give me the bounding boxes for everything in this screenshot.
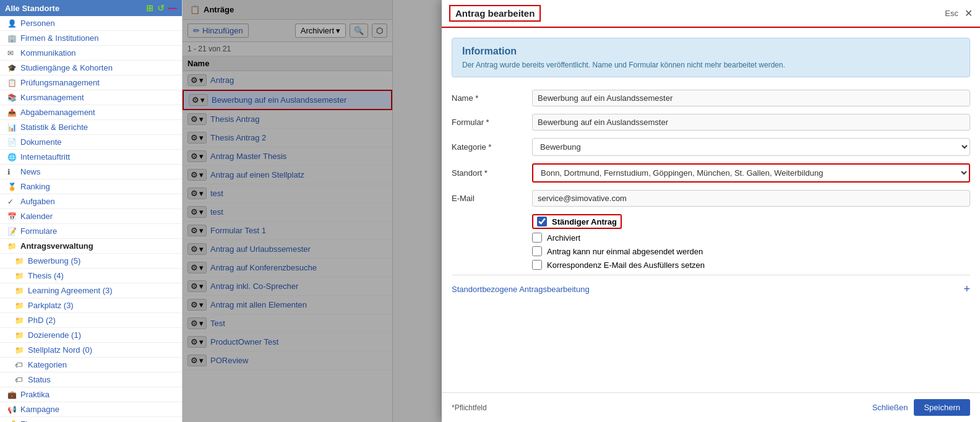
sidebar-label-21: Dozierende (1) (28, 330, 81, 340)
sidebar-item-24[interactable]: 🏷 Status (0, 372, 182, 387)
sidebar-item-9[interactable]: 🌐 Internetauftritt (0, 150, 182, 165)
sidebar-icon-6: 📤 (7, 108, 17, 117)
dialog-titlebar: Antrag bearbeiten Esc ✕ (442, 0, 980, 28)
sidebar-item-14[interactable]: 📝 Formulare (0, 224, 182, 239)
sidebar-label-11: Ranking (20, 182, 50, 191)
sidebar-label-9: Internetauftritt (20, 152, 70, 161)
schliessen-button[interactable]: Schließen (872, 399, 908, 416)
standort-select[interactable]: Bonn, Dortmund, Fernstudium, Göppingen, … (533, 165, 969, 181)
sidebar-item-4[interactable]: 📋 Prüfungsmanagement (0, 75, 182, 90)
sidebar-item-2[interactable]: ✉ Kommunikation (0, 46, 182, 61)
email-input[interactable] (532, 190, 970, 207)
email-field (532, 190, 970, 207)
sidebar-icon-3: 🎓 (7, 64, 17, 72)
sidebar-label-7: Statistik & Berichte (20, 123, 88, 132)
formular-label: Formular * (452, 118, 532, 127)
refresh-icon[interactable]: ↺ (157, 3, 165, 13)
sidebar-item-5[interactable]: 📚 Kursmanagement (0, 90, 182, 105)
form-row-name: Name * (452, 90, 970, 106)
sidebar-item-12[interactable]: ✓ Aufgaben (0, 194, 182, 209)
checkbox-2[interactable] (532, 246, 542, 256)
sidebar-label-5: Kursmanagement (20, 93, 84, 102)
sidebar-icon-1: 🏢 (7, 34, 17, 43)
sidebar-header: Alle Standorte ⊞ ↺ — (0, 0, 182, 16)
sidebar-item-11[interactable]: 🏅 Ranking (0, 179, 182, 194)
sidebar-icon-5: 📚 (7, 93, 17, 102)
checkbox-3[interactable] (532, 260, 542, 270)
name-input[interactable] (532, 90, 970, 106)
checkbox-label-2: Antrag kann nur einmal abgesendet werden (547, 247, 703, 256)
sidebar-item-6[interactable]: 📤 Abgabemanagement (0, 105, 182, 120)
sidebar-item-22[interactable]: 📁 Stellplatz Nord (0) (0, 343, 182, 358)
sidebar-item-10[interactable]: ℹ News (0, 165, 182, 179)
standortbezogene-title[interactable]: Standortbezogene Antragsbearbeitung (452, 285, 590, 294)
checkbox-section: Ständiger AntragArchiviertAntrag kann nu… (532, 214, 970, 270)
sidebar-item-8[interactable]: 📄 Dokumente (0, 135, 182, 150)
sidebar-item-18[interactable]: 📁 Learning Agreement (3) (0, 283, 182, 298)
checkbox-1[interactable] (532, 233, 542, 243)
checkbox-row-0: Ständiger Antrag (532, 214, 970, 229)
sidebar-item-23[interactable]: 🏷 Kategorien (0, 358, 182, 372)
sidebar-icon-18: 📁 (15, 286, 25, 295)
sidebar-icon-9: 🌐 (7, 153, 17, 161)
sidebar-icon-7: 📊 (7, 123, 17, 132)
name-field (532, 90, 970, 106)
sidebar-label-17: Thesis (4) (28, 271, 64, 280)
dialog-body: Information Der Antrag wurde bereits ver… (442, 28, 980, 392)
sidebar-item-26[interactable]: 📢 Kampagne (0, 402, 182, 417)
minus-icon[interactable]: — (168, 3, 177, 13)
standortbezogene-section: Standortbezogene Antragsbearbeitung + (452, 275, 970, 296)
checkbox-label-0: Ständiger Antrag (552, 217, 617, 226)
grid-icon[interactable]: ⊞ (146, 3, 153, 13)
sidebar-label-6: Abgabemanagement (20, 108, 95, 117)
dialog-overlay: Antrag bearbeiten Esc ✕ Information Der … (183, 0, 980, 422)
sidebar-item-27[interactable]: 💰 Finanzen (0, 417, 182, 422)
info-text: Der Antrag wurde bereits veröffentlicht.… (462, 61, 960, 69)
sidebar-item-13[interactable]: 📅 Kalender (0, 209, 182, 224)
sidebar-icon-4: 📋 (7, 79, 17, 87)
sidebar-icon-15: 📁 (7, 242, 17, 251)
main-area: 📋 Anträge ✏ Hinzufügen Archiviert ▾ 🔍 ⬡ … (183, 0, 980, 422)
form-row-formular: Formular * (452, 114, 970, 131)
sidebar-label-13: Kalender (20, 212, 53, 221)
standort-field: Bonn, Dortmund, Fernstudium, Göppingen, … (532, 163, 970, 183)
sidebar-item-7[interactable]: 📊 Statistik & Berichte (0, 120, 182, 135)
sidebar-label-27: Finanzen (20, 420, 53, 422)
formular-input[interactable] (532, 114, 970, 131)
sidebar-item-21[interactable]: 📁 Dozierende (1) (0, 328, 182, 343)
kategorie-field: Bewerbung (532, 138, 970, 156)
sidebar-item-25[interactable]: 💼 Praktika (0, 387, 182, 402)
close-button[interactable]: ✕ (965, 7, 973, 19)
sidebar-icon-11: 🏅 (7, 183, 17, 191)
sidebar-icon-27: 💰 (7, 420, 17, 423)
dialog-title: Antrag bearbeiten (449, 5, 541, 22)
sidebar-item-16[interactable]: 📁 Bewerbung (5) (0, 254, 182, 269)
sidebar-label-14: Formulare (20, 226, 57, 236)
sidebar-title: Alle Standorte (5, 4, 59, 13)
sidebar-item-0[interactable]: 👤 Personen (0, 16, 182, 31)
esc-label: Esc (945, 9, 958, 18)
checkbox-row-3: Korrespondenz E-Mail des Ausfüllers setz… (532, 260, 970, 270)
speichern-button[interactable]: Speichern (914, 399, 970, 416)
checkbox-label-3: Korrespondenz E-Mail des Ausfüllers setz… (547, 261, 705, 270)
sidebar-icon-19: 📁 (15, 301, 25, 310)
sidebar-label-0: Personen (20, 19, 55, 28)
sidebar-icon-26: 📢 (7, 405, 17, 414)
form-row-kategorie: Kategorie * Bewerbung (452, 138, 970, 156)
sidebar-item-20[interactable]: 📁 PhD (2) (0, 313, 182, 328)
sidebar-item-17[interactable]: 📁 Thesis (4) (0, 269, 182, 283)
info-heading: Information (462, 46, 960, 57)
sidebar-header-icons: ⊞ ↺ — (146, 3, 177, 13)
standortbezogene-plus[interactable]: + (963, 283, 970, 296)
sidebar-item-3[interactable]: 🎓 Studiengänge & Kohorten (0, 61, 182, 75)
footer-buttons: Schließen Speichern (872, 399, 970, 416)
sidebar-icon-22: 📁 (15, 346, 25, 355)
checkbox-0[interactable] (537, 217, 547, 226)
sidebar-item-1[interactable]: 🏢 Firmen & Institutionen (0, 31, 182, 46)
sidebar-label-3: Studiengänge & Kohorten (20, 63, 113, 72)
sidebar-item-15[interactable]: 📁 Antragsverwaltung (0, 239, 182, 254)
dialog-titlebar-right: Esc ✕ (945, 7, 973, 19)
kategorie-select[interactable]: Bewerbung (532, 138, 970, 156)
sidebar-item-19[interactable]: 📁 Parkplatz (3) (0, 298, 182, 313)
sidebar-label-25: Praktika (20, 390, 49, 399)
